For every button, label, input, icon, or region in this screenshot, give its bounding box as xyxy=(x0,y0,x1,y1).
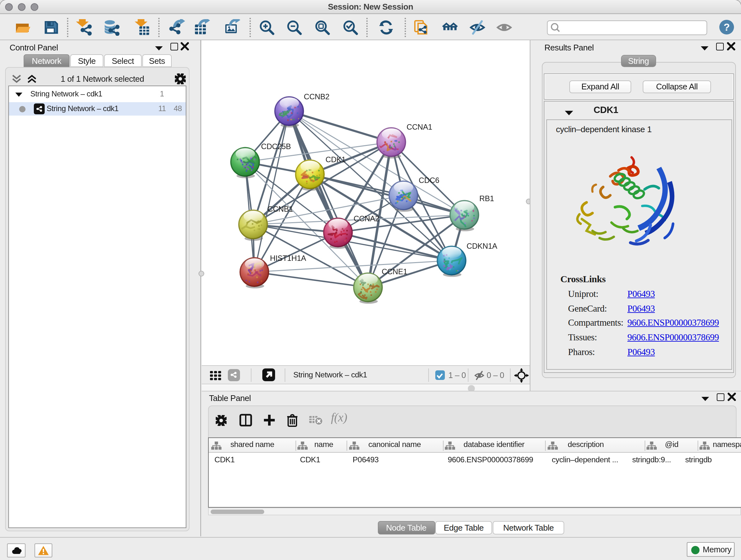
svg-text:CCNB1: CCNB1 xyxy=(267,205,293,213)
svg-text:CCNA1: CCNA1 xyxy=(406,123,432,131)
svg-text:CDK1: CDK1 xyxy=(325,155,345,164)
svg-text:CCNA2: CCNA2 xyxy=(353,214,379,223)
svg-text:CDKN1A: CDKN1A xyxy=(466,242,497,250)
svg-text:RB1: RB1 xyxy=(479,194,494,203)
svg-text:HIST1H1A: HIST1H1A xyxy=(270,254,306,262)
svg-text:CDC25B: CDC25B xyxy=(261,142,291,151)
svg-text:CCNB2: CCNB2 xyxy=(304,92,329,101)
svg-text:CDC6: CDC6 xyxy=(418,176,439,185)
svg-text:CCNE1: CCNE1 xyxy=(381,267,407,276)
